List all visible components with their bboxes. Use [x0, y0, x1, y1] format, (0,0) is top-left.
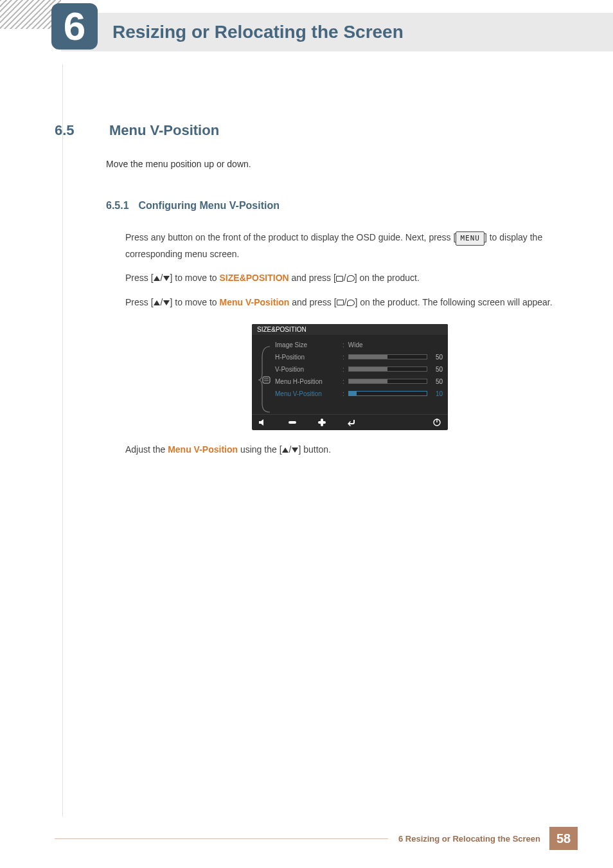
- step-2: Press [/] to move to SIZE&POSITION and p…: [125, 270, 574, 287]
- osd-label-h-position: H-Position: [275, 354, 336, 361]
- step-4: Adjust the Menu V-Position using the [/]…: [125, 442, 574, 458]
- osd-label-image-size: Image Size: [275, 341, 336, 348]
- osd-label-menu-v-position: Menu V-Position: [275, 390, 336, 397]
- osd-row-v-position: :50: [342, 366, 443, 373]
- subsection-title: Configuring Menu V-Position: [138, 200, 280, 211]
- section-number: 6.5: [55, 122, 93, 139]
- highlight-closing: Menu V-Position: [168, 444, 238, 455]
- closing-step: Adjust the Menu V-Position using the [/]…: [125, 442, 574, 458]
- osd-row-image-size: :Wide: [342, 341, 443, 348]
- page-footer: 6 Resizing or Relocating the Screen 58: [0, 827, 613, 850]
- svg-rect-5: [318, 421, 326, 424]
- osd-title: SIZE&POSITION: [252, 324, 448, 335]
- return-icon: [347, 419, 356, 426]
- osd-labels: Image Size H-Position V-Position Menu H-…: [275, 341, 336, 402]
- svg-rect-0: [263, 377, 270, 383]
- osd-row-menu-h-position: :50: [342, 378, 443, 385]
- chapter-number: 6: [64, 6, 85, 46]
- step-list: Press any button on the front of the pro…: [125, 230, 574, 311]
- speaker-mute-icon: [258, 419, 267, 426]
- chapter-title: Resizing or Relocating the Screen: [112, 22, 404, 42]
- osd-bracket-icon: [257, 341, 269, 402]
- up-down-icon: /: [282, 442, 299, 458]
- footer-line: [55, 838, 388, 839]
- header-bar: Resizing or Relocating the Screen: [61, 13, 613, 51]
- osd-label-v-position: V-Position: [275, 366, 336, 373]
- menu-button-label: MENU: [456, 231, 484, 246]
- chapter-number-box: 6: [51, 3, 98, 50]
- power-icon: [432, 419, 441, 426]
- osd-label-menu-h-position: Menu H-Position: [275, 378, 336, 385]
- subsection-heading-row: 6.5.1 Configuring Menu V-Position: [106, 200, 574, 212]
- highlight-menu-v-position: Menu V-Position: [220, 297, 290, 307]
- select-enter-icon: /: [336, 270, 355, 286]
- step-1: Press any button on the front of the pro…: [125, 230, 574, 262]
- subsection-number: 6.5.1: [106, 200, 136, 212]
- footer-page-number: 58: [549, 827, 578, 850]
- content-area: 6.5 Menu V-Position Move the menu positi…: [0, 122, 613, 466]
- osd-values: :Wide :50 :50 :50 :10: [342, 341, 443, 402]
- osd-footer-icons: [252, 414, 448, 430]
- select-enter-icon: /: [337, 294, 355, 311]
- highlight-sizeposition: SIZE&POSITION: [220, 273, 289, 283]
- plus-icon: [317, 419, 326, 426]
- minus-icon: [288, 419, 297, 426]
- up-down-icon: /: [154, 270, 170, 286]
- osd-row-h-position: :50: [342, 354, 443, 361]
- section-description: Move the menu position up or down.: [106, 157, 574, 171]
- footer-label: 6 Resizing or Relocating the Screen: [398, 834, 540, 844]
- osd-row-menu-v-position: :10: [342, 390, 443, 397]
- step-3: Press [/] to move to Menu V-Position and…: [125, 294, 574, 311]
- up-down-icon: /: [154, 294, 170, 311]
- svg-rect-3: [289, 421, 296, 424]
- section-heading-row: 6.5 Menu V-Position: [55, 122, 574, 139]
- section-title: Menu V-Position: [109, 122, 219, 139]
- osd-screenshot: SIZE&POSITION Image Size H-Position V-Po…: [125, 324, 574, 430]
